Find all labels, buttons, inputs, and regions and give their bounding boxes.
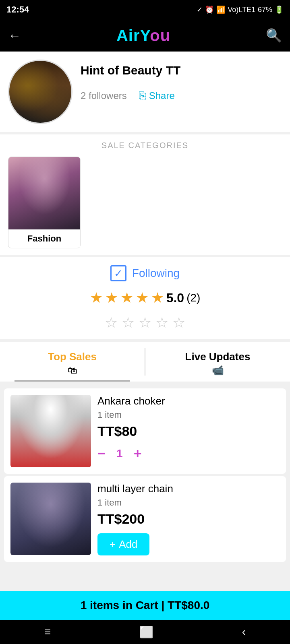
qty-decrease-1[interactable]: − bbox=[97, 446, 106, 461]
product-items-1: 1 item bbox=[97, 410, 280, 420]
product-info-1: Ankara choker 1 item TT$80 − 1 + bbox=[97, 395, 280, 461]
share-icon: ⎘ bbox=[139, 89, 146, 102]
alarm-icon: ⏰ bbox=[205, 5, 214, 14]
product-image-1 bbox=[10, 395, 91, 467]
battery-icon: 67% bbox=[258, 6, 272, 14]
qty-value-1: 1 bbox=[114, 447, 126, 460]
tab-top-sales-label: Top Sales bbox=[4, 351, 141, 363]
nav-menu-button[interactable]: ≡ bbox=[44, 625, 51, 638]
status-time: 12:54 bbox=[6, 4, 29, 15]
profile-meta: 2 followers ⎘ Share bbox=[81, 89, 282, 102]
check-icon: ✓ bbox=[197, 5, 203, 14]
star-5: ★ bbox=[151, 289, 164, 306]
back-button[interactable]: ← bbox=[8, 28, 21, 43]
add-icon: + bbox=[110, 538, 116, 551]
avatar bbox=[8, 60, 72, 124]
star-empty-1[interactable]: ☆ bbox=[105, 314, 118, 331]
star-3: ★ bbox=[120, 289, 133, 306]
products-section: Ankara choker 1 item TT$80 − 1 + multi l… bbox=[0, 382, 290, 617]
product-card-2: multi layer chain 1 item TT$200 + Add bbox=[4, 476, 286, 562]
tab-top-sales[interactable]: Top Sales 🛍 bbox=[0, 342, 145, 382]
rating-score: 5.0 bbox=[166, 291, 184, 305]
followers-count: 2 followers bbox=[81, 90, 127, 101]
product-image-2 bbox=[10, 483, 91, 555]
category-card-fashion[interactable]: Fashion bbox=[8, 157, 81, 248]
logo-air-text: Air bbox=[116, 27, 140, 44]
product-price-1: TT$80 bbox=[97, 423, 280, 439]
add-label: Add bbox=[119, 538, 137, 551]
following-section: ✓ Following ★ ★ ★ ★ ★ 5.0 (2) ☆ ☆ ☆ ☆ ☆ bbox=[0, 257, 290, 339]
tab-top-sales-icon: 🛍 bbox=[4, 365, 141, 376]
tabs-section: Top Sales 🛍 Live Updates 📹 bbox=[0, 342, 290, 382]
battery-indicator: 🔋 bbox=[275, 5, 284, 14]
rating-row: ★ ★ ★ ★ ★ 5.0 (2) bbox=[90, 289, 201, 306]
star-empty-5[interactable]: ☆ bbox=[172, 314, 185, 331]
star-empty-4[interactable]: ☆ bbox=[155, 314, 168, 331]
profile-info: Hint of Beauty TT 2 followers ⎘ Share bbox=[81, 60, 282, 102]
nav-home-button[interactable]: ⬜ bbox=[139, 625, 153, 639]
wifi-icon: 📶 bbox=[216, 5, 225, 14]
category-label-fashion: Fashion bbox=[8, 229, 80, 248]
nav-back-button[interactable]: ‹ bbox=[242, 625, 246, 638]
product-items-2: 1 item bbox=[97, 497, 280, 508]
star-2: ★ bbox=[105, 289, 118, 306]
product-name-1: Ankara choker bbox=[97, 395, 280, 407]
star-4: ★ bbox=[136, 289, 149, 306]
product-info-2: multi layer chain 1 item TT$200 + Add bbox=[97, 483, 280, 555]
share-label: Share bbox=[149, 90, 175, 101]
star-empty-2[interactable]: ☆ bbox=[122, 314, 135, 331]
following-button[interactable]: ✓ Following bbox=[110, 265, 180, 281]
share-button[interactable]: ⎘ Share bbox=[139, 89, 175, 102]
tab-live-updates[interactable]: Live Updates 📹 bbox=[145, 342, 290, 382]
cart-bar-label: 1 items in Cart | TT$80.0 bbox=[81, 599, 210, 611]
qty-increase-1[interactable]: + bbox=[134, 446, 142, 461]
status-icons: ✓ ⏰ 📶 Vo)LTE1 67% 🔋 bbox=[197, 5, 284, 14]
quantity-controls-1: − 1 + bbox=[97, 446, 280, 461]
logo-y-text: Y bbox=[140, 27, 150, 44]
rating-empty-row: ☆ ☆ ☆ ☆ ☆ bbox=[105, 314, 185, 331]
star-1: ★ bbox=[90, 289, 103, 306]
status-bar: 12:54 ✓ ⏰ 📶 Vo)LTE1 67% 🔋 bbox=[0, 0, 290, 19]
add-to-cart-button-2[interactable]: + Add bbox=[97, 533, 149, 555]
sale-categories-title: SALE CATEGORIES bbox=[8, 141, 282, 150]
product-card-1: Ankara choker 1 item TT$80 − 1 + bbox=[4, 388, 286, 474]
profile-section: Hint of Beauty TT 2 followers ⎘ Share bbox=[0, 52, 290, 132]
sale-categories-section: SALE CATEGORIES Fashion bbox=[0, 134, 290, 255]
bottom-nav: ≡ ⬜ ‹ bbox=[0, 620, 290, 644]
search-button[interactable]: 🔍 bbox=[266, 28, 282, 43]
rating-count: (2) bbox=[186, 291, 200, 304]
product-name-2: multi layer chain bbox=[97, 483, 280, 495]
categories-grid: Fashion bbox=[8, 157, 282, 248]
logo-ou-text: ou bbox=[150, 27, 170, 44]
app-logo: AirYou bbox=[116, 27, 170, 45]
tab-live-updates-icon: 📹 bbox=[149, 365, 286, 376]
category-image-fashion bbox=[8, 157, 81, 229]
product-price-2: TT$200 bbox=[97, 511, 280, 527]
following-label: Following bbox=[132, 267, 180, 280]
cart-bar[interactable]: 1 items in Cart | TT$80.0 bbox=[0, 591, 290, 620]
tab-live-updates-label: Live Updates bbox=[149, 351, 286, 363]
star-empty-3[interactable]: ☆ bbox=[139, 314, 151, 331]
app-header: ← AirYou 🔍 bbox=[0, 19, 290, 52]
signal-icon: Vo)LTE1 bbox=[228, 6, 255, 14]
following-checkbox-icon: ✓ bbox=[110, 265, 126, 281]
store-name: Hint of Beauty TT bbox=[81, 64, 282, 77]
avatar-placeholder bbox=[9, 61, 71, 123]
